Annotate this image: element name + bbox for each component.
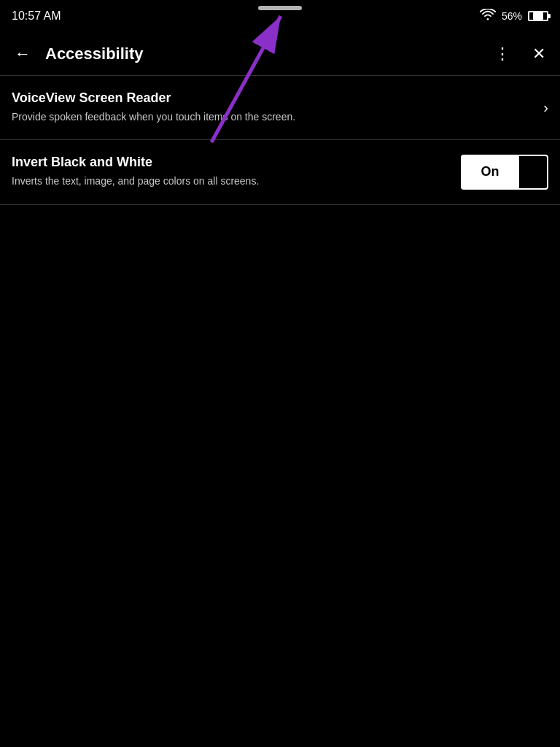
close-button[interactable]: ✕ [529,42,548,66]
voiceview-setting[interactable]: VoiceView Screen Reader Provide spoken f… [0,76,560,140]
invert-description: Inverts the text, image, and page colors… [12,174,340,189]
settings-content: VoiceView Screen Reader Provide spoken f… [0,76,560,205]
page-title: Accessibility [45,44,489,63]
invert-setting[interactable]: Invert Black and White Inverts the text,… [0,140,560,205]
battery-icon [528,11,548,21]
toggle-thumb [518,155,547,190]
toggle-on-label: On [462,164,518,179]
invert-text: Invert Black and White Inverts the text,… [12,155,461,189]
scroll-handle [258,6,302,10]
invert-title: Invert Black and White [12,155,461,170]
status-bar: 10:57 AM 56% [0,0,560,32]
voiceview-arrow-icon: › [543,99,548,116]
voiceview-text: VoiceView Screen Reader Provide spoken f… [12,90,532,125]
header-actions: ⋮ ✕ [489,42,548,66]
battery-percent: 56% [502,10,522,22]
back-button[interactable]: ← [12,42,34,66]
wifi-icon [480,9,496,23]
status-icons: 56% [480,9,548,23]
invert-toggle[interactable]: On [461,155,548,190]
voiceview-description: Provide spoken feedback when you touch i… [12,110,340,125]
menu-button[interactable]: ⋮ [489,42,518,66]
status-time: 10:57 AM [12,9,61,23]
voiceview-title: VoiceView Screen Reader [12,90,532,106]
header: ← Accessibility ⋮ ✕ [0,32,560,76]
